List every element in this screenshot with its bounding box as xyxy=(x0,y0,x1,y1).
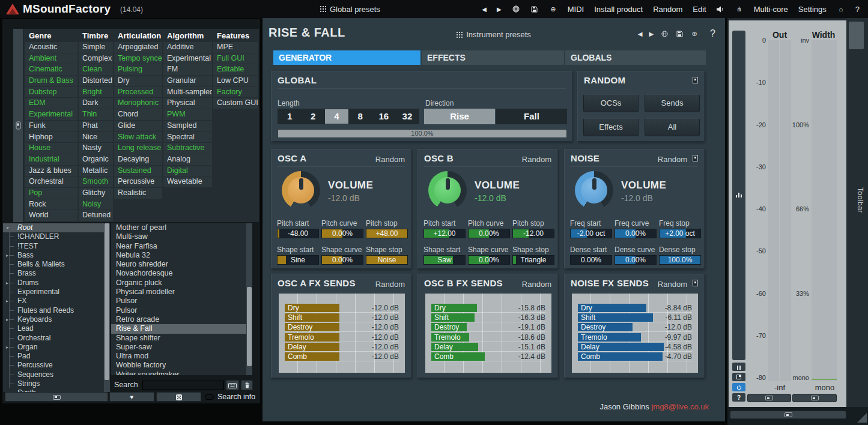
tag-item[interactable]: Custom GUI xyxy=(213,98,258,109)
param-value-box[interactable]: +2.00 oct xyxy=(659,229,701,238)
param-value-box[interactable]: 0.00% xyxy=(321,229,363,238)
random-button[interactable]: Random xyxy=(522,280,551,289)
random-button[interactable]: Random xyxy=(522,155,551,164)
tag-item[interactable]: Tempo synced xyxy=(114,53,162,64)
menu-multi-core[interactable]: Multi-core xyxy=(754,5,788,14)
fx-send-row[interactable]: Delay -15.1 dB xyxy=(431,343,545,352)
next-button[interactable]: ▶ xyxy=(649,31,654,37)
random-button[interactable]: Random xyxy=(375,280,405,289)
browser-bottom-button[interactable] xyxy=(5,393,108,402)
tree-item[interactable]: Lead xyxy=(3,324,104,333)
tree-expander-icon[interactable]: ▸ xyxy=(6,251,8,260)
tree-expander-icon[interactable]: ▸ xyxy=(6,388,8,392)
tag-item[interactable]: Distorted xyxy=(79,76,113,86)
tag-item[interactable]: Experimental xyxy=(25,109,77,120)
direction-fall-button[interactable]: Fall xyxy=(496,109,567,124)
tag-item[interactable]: Smooth xyxy=(79,176,113,187)
tree-item[interactable]: ▾ Root xyxy=(3,223,104,232)
tag-item[interactable]: Clean xyxy=(79,64,113,75)
tab-generator[interactable]: GENERATOR xyxy=(273,50,420,65)
param-value-box[interactable]: -2.00 oct xyxy=(570,229,612,238)
tag-item[interactable]: Dark xyxy=(79,98,113,109)
preset-item[interactable]: Multi-saw xyxy=(111,232,246,241)
help-button[interactable]: ? xyxy=(710,28,715,39)
tag-item[interactable]: Jazz & blues xyxy=(25,166,77,176)
random-effects-button[interactable]: Effects xyxy=(583,118,639,136)
tag-item[interactable]: Editable xyxy=(213,64,258,75)
random-button[interactable]: Random xyxy=(375,155,405,164)
length-option[interactable]: 8 xyxy=(349,109,372,124)
preset-item[interactable]: Retro arcade xyxy=(111,315,246,324)
tree-expander-icon[interactable]: ▸ xyxy=(6,315,8,324)
author-email[interactable]: jmg8@live.co.uk xyxy=(651,402,709,411)
tag-item[interactable]: Ambient xyxy=(25,53,77,64)
param-value-box[interactable]: Sine xyxy=(277,255,319,265)
preset-item[interactable]: Physical modeller xyxy=(111,288,246,297)
clear-search-button[interactable] xyxy=(241,381,253,390)
tag-item[interactable]: Pulsing xyxy=(114,64,162,75)
preset-list-scrollbar[interactable] xyxy=(246,223,252,375)
tag-item[interactable]: EDM xyxy=(25,98,77,109)
menu-install-product[interactable]: Install product xyxy=(594,5,643,14)
tree-item[interactable]: ▸ Bass xyxy=(3,251,104,260)
tab-globals[interactable]: GLOBALS xyxy=(565,50,706,65)
tag-item[interactable]: Long release xyxy=(114,143,162,154)
tree-expander-icon[interactable]: ▾ xyxy=(6,223,8,232)
tag-item[interactable]: Phat xyxy=(79,121,113,131)
preset-item[interactable]: Pulsor xyxy=(111,306,246,315)
tag-item[interactable]: Metallic xyxy=(79,166,113,176)
detach-window-icon[interactable] xyxy=(693,155,698,161)
tag-item[interactable]: Digital xyxy=(163,166,212,176)
toolbar-scrollbar-thumb[interactable] xyxy=(849,22,864,49)
tag-item[interactable]: Dubstep xyxy=(25,87,77,98)
param-value-box[interactable]: -48.00 xyxy=(277,229,319,238)
fx-send-row[interactable]: Tremolo -18.6 dB xyxy=(431,333,545,342)
tree-expander-icon[interactable]: ▸ xyxy=(6,343,8,352)
tag-item[interactable]: Full GUI xyxy=(213,53,258,64)
tree-item[interactable]: ▸ FX xyxy=(3,297,104,306)
tag-item[interactable]: Bright xyxy=(79,87,113,98)
length-option[interactable]: 32 xyxy=(396,109,419,124)
tag-item[interactable]: Experimental xyxy=(163,53,212,64)
tag-item[interactable]: Chord xyxy=(114,109,162,120)
fx-send-row[interactable]: Dry -12.0 dB xyxy=(285,304,399,313)
add-icon[interactable]: ⊕ xyxy=(690,29,699,38)
tag-item[interactable]: Rock xyxy=(25,199,77,210)
tree-item[interactable]: ▸ Drums xyxy=(3,279,104,288)
detach-window-icon[interactable] xyxy=(693,77,698,83)
param-value-box[interactable]: Triangle xyxy=(512,255,554,265)
fx-send-row[interactable]: Tremolo -9.97 dB xyxy=(578,333,692,342)
fx-send-row[interactable]: Shift -12.0 dB xyxy=(285,313,399,322)
tag-item[interactable]: Drum & Bass xyxy=(25,76,77,86)
menu-edit[interactable]: Edit xyxy=(693,5,706,14)
length-option[interactable]: 16 xyxy=(372,109,395,124)
tree-item[interactable]: Percussive xyxy=(3,361,104,370)
random-ocss-button[interactable]: OCSs xyxy=(583,94,639,112)
tag-item[interactable]: Sustained xyxy=(114,166,162,176)
tag-item[interactable]: Arpeggiated xyxy=(114,42,162,53)
tree-item[interactable]: ▸ Synth xyxy=(3,388,104,392)
tag-item[interactable]: Noisy xyxy=(79,199,113,210)
tag-item[interactable]: House xyxy=(25,143,77,154)
tag-item[interactable]: Additive xyxy=(163,42,212,53)
tag-item[interactable]: Slow attack xyxy=(114,132,162,143)
preset-item[interactable]: Super-saw xyxy=(111,343,246,352)
param-value-box[interactable]: 0.00% xyxy=(570,255,612,265)
tag-item[interactable]: FM xyxy=(163,64,212,75)
menu-midi[interactable]: MIDI xyxy=(568,5,584,14)
tag-item[interactable]: Subtractive xyxy=(163,143,212,154)
fx-send-row[interactable]: Comb -12.4 dB xyxy=(431,352,545,361)
tag-panel-handle[interactable] xyxy=(13,29,23,222)
param-value-box[interactable]: -12.00 xyxy=(512,229,554,238)
tree-item[interactable]: ▸ Keyboards xyxy=(3,315,104,324)
fx-send-row[interactable]: Shift -16.3 dB xyxy=(431,313,545,322)
resize-grip[interactable] xyxy=(857,413,867,423)
fx-send-row[interactable]: Destroy -12.0 dB xyxy=(285,323,399,332)
preset-item[interactable]: Nebula 32 xyxy=(111,251,246,260)
fx-send-row[interactable]: Comb -4.70 dB xyxy=(578,352,692,361)
panel-options-button[interactable] xyxy=(730,411,846,419)
tag-item[interactable]: Thin xyxy=(79,109,113,120)
out-meter-options-button[interactable] xyxy=(747,394,791,402)
length-option[interactable]: 2 xyxy=(302,109,324,124)
next-preset-button[interactable]: ▶ xyxy=(497,6,502,13)
